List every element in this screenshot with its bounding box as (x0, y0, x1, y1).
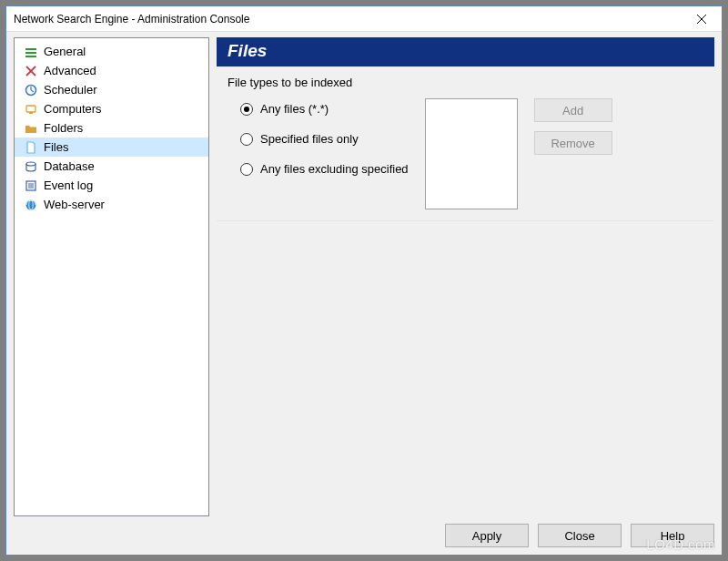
radio-label: Specified files only (260, 132, 359, 146)
database-icon (24, 159, 38, 174)
app-window: Network Search Engine - Administration C… (5, 5, 723, 556)
radio-icon (240, 103, 253, 116)
radio-option-0[interactable]: Any files (*.*) (240, 102, 409, 116)
sidebar-item-label: Database (44, 159, 95, 173)
files-icon (24, 140, 38, 155)
svg-point-17 (26, 199, 36, 209)
list-buttons: Add Remove (534, 98, 612, 155)
svg-rect-3 (25, 52, 36, 54)
client-area: GeneralAdvancedSchedulerComputersFolders… (6, 32, 722, 555)
close-button[interactable]: Close (538, 524, 622, 547)
window-title: Network Search Engine - Administration C… (14, 13, 682, 26)
page-title: Files (217, 37, 714, 66)
list-column (425, 98, 518, 209)
sidebar-item-web-server[interactable]: Web-server (15, 195, 208, 214)
sidebar-item-label: Web-server (44, 198, 105, 211)
scheduler-icon (24, 83, 38, 97)
sidebar-item-label: Computers (44, 102, 102, 116)
svg-rect-11 (29, 112, 33, 114)
titlebar: Network Search Engine - Administration C… (6, 6, 722, 32)
sidebar-item-general[interactable]: General (15, 42, 208, 61)
svg-point-12 (26, 162, 35, 166)
remove-button[interactable]: Remove (534, 131, 612, 155)
file-types-panel: File types to be indexed Any files (*.*)… (217, 66, 714, 221)
sidebar-item-scheduler[interactable]: Scheduler (15, 80, 208, 99)
help-button[interactable]: Help (631, 524, 714, 547)
computers-icon (24, 102, 38, 117)
radio-option-1[interactable]: Specified files only (240, 132, 409, 146)
footer: Apply Close Help (14, 516, 714, 547)
apply-button[interactable]: Apply (445, 524, 529, 547)
panel-body: Any files (*.*)Specified files onlyAny f… (228, 98, 703, 209)
sidebar-item-event-log[interactable]: Event log (15, 176, 208, 195)
sidebar[interactable]: GeneralAdvancedSchedulerComputersFolders… (14, 37, 209, 516)
sidebar-item-label: Folders (44, 121, 83, 135)
radio-option-2[interactable]: Any files excluding specified (240, 162, 409, 176)
svg-line-9 (31, 90, 34, 92)
radio-group: Any files (*.*)Specified files onlyAny f… (228, 98, 409, 192)
sidebar-item-label: Files (44, 140, 68, 154)
sidebar-item-label: Advanced (44, 64, 96, 77)
svg-rect-10 (26, 106, 35, 112)
sidebar-item-label: Event log (44, 178, 93, 192)
radio-icon (240, 163, 253, 176)
file-types-listbox[interactable] (425, 98, 518, 209)
svg-rect-4 (25, 56, 36, 57)
svg-rect-2 (25, 48, 36, 50)
advanced-icon (24, 64, 38, 78)
sidebar-item-advanced[interactable]: Advanced (15, 61, 208, 80)
sidebar-item-folders[interactable]: Folders (15, 118, 208, 138)
sidebar-item-database[interactable]: Database (15, 157, 208, 176)
close-icon[interactable] (682, 6, 722, 32)
sidebar-item-label: General (44, 45, 86, 58)
web-server-icon (24, 198, 38, 212)
add-button[interactable]: Add (534, 98, 612, 122)
sidebar-item-computers[interactable]: Computers (15, 99, 208, 118)
radio-label: Any files (*.*) (260, 102, 329, 116)
radio-icon (240, 133, 253, 146)
section-label: File types to be indexed (228, 76, 703, 89)
general-icon (24, 45, 38, 59)
sidebar-item-files[interactable]: Files (15, 138, 208, 157)
main-row: GeneralAdvancedSchedulerComputersFolders… (14, 37, 714, 516)
content-pane: Files File types to be indexed Any files… (217, 37, 714, 516)
event-log-icon (24, 178, 38, 193)
radio-label: Any files excluding specified (260, 162, 409, 176)
folders-icon (24, 121, 38, 136)
sidebar-item-label: Scheduler (44, 83, 97, 97)
